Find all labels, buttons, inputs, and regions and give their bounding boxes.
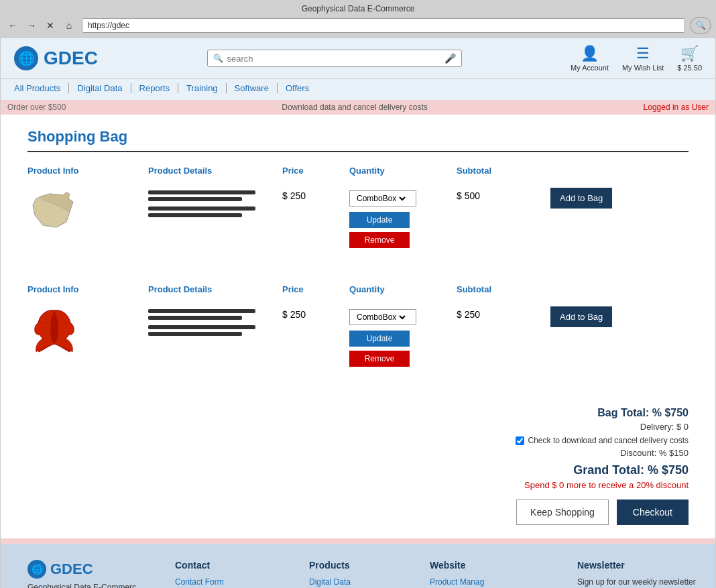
download-checkbox[interactable] <box>516 436 524 445</box>
site-header: 🌐 GDEC 🔍 🎤 👤 My Account ☰ My Wish List 🛒… <box>1 38 715 78</box>
header-product-info-1: Product Info <box>27 163 148 178</box>
nav-item-offers[interactable]: Offers <box>278 83 317 93</box>
quantity-combobox-1[interactable]: ComboBox 1 2 3 <box>349 190 416 207</box>
cart-button[interactable]: 🛒 $ 25.50 <box>677 45 702 72</box>
url-bar[interactable] <box>82 18 685 33</box>
footer-col-products: Products Digital Data Reports Training S… <box>309 560 416 588</box>
browser-chrome: Geophysical Data E-Commerce ← → ✕ ⌂ 🔍 <box>0 0 716 38</box>
microphone-icon[interactable]: 🎤 <box>444 53 456 64</box>
wishlist-icon: ☰ <box>636 45 650 62</box>
shopping-bag-title: Shopping Bag <box>27 128 689 152</box>
product-detail-line-2c <box>148 325 255 329</box>
promo-center-text: Download data and cancel delivery costs <box>282 103 427 112</box>
product-price-2: $ 250 <box>282 304 349 320</box>
account-label: My Account <box>571 64 609 72</box>
grand-total: Grand Total: % $750 <box>27 463 689 477</box>
checkout-button[interactable]: Checkout <box>617 499 689 525</box>
header-product-details-2: Product Details <box>148 282 282 297</box>
cart-icon: 🛒 <box>680 45 699 62</box>
product-table-header-2: Product Info Product Details Price Quant… <box>27 282 689 297</box>
header-quantity-2: Quantity <box>349 282 457 297</box>
nav-link-training[interactable]: Training <box>186 83 217 93</box>
wishlist-label: My Wish List <box>622 64 664 72</box>
footer-logo-text: GDEC <box>50 561 93 578</box>
wishlist-button[interactable]: ☰ My Wish List <box>622 45 664 72</box>
nav-item-reports[interactable]: Reports <box>131 83 179 93</box>
nav-item-software[interactable]: Software <box>227 83 278 93</box>
update-button-1[interactable]: Update <box>349 212 410 228</box>
footer-logo-row: 🌐 GDEC <box>27 560 162 579</box>
add-to-bag-button-1[interactable]: Add to Bag <box>550 188 612 209</box>
delivery-line: Delivery: $ 0 <box>27 422 689 432</box>
footer-contact-form-link[interactable]: Contact Form <box>175 577 296 587</box>
bag-total: Bag Total: % $750 <box>27 407 689 419</box>
product-detail-line-2a <box>148 309 255 313</box>
footer-contact-title: Contact <box>175 560 296 571</box>
footer-product-manage-link[interactable]: Product Manag <box>430 577 564 587</box>
my-account-button[interactable]: 👤 My Account <box>571 45 609 72</box>
remove-button-2[interactable]: Remove <box>349 351 410 367</box>
account-icon: 👤 <box>581 45 599 62</box>
footer-divider <box>1 538 715 544</box>
product-image-2 <box>27 304 81 357</box>
footer-col-newsletter: Newsletter Sign up for our weekly newsle… <box>577 560 716 588</box>
footer-products-title: Products <box>309 560 416 571</box>
header-product-info-2: Product Info <box>27 282 148 297</box>
nav-link-software[interactable]: Software <box>235 83 269 93</box>
cart-label: $ 25.50 <box>677 64 702 72</box>
product-detail-line-1d <box>148 213 242 217</box>
stop-button[interactable]: ✕ <box>43 18 58 33</box>
header-subtotal-2: Subtotal <box>457 282 550 297</box>
nav-link-all-products[interactable]: All Products <box>14 83 60 93</box>
nav-link-digital-data[interactable]: Digital Data <box>77 83 122 93</box>
quantity-combobox-2[interactable]: ComboBox 1 2 3 <box>349 309 416 325</box>
logo-text[interactable]: GDEC <box>44 48 98 69</box>
quantity-select-1[interactable]: ComboBox 1 2 3 <box>354 193 408 204</box>
update-button-2[interactable]: Update <box>349 331 410 347</box>
nav-item-training[interactable]: Training <box>178 83 226 93</box>
home-button[interactable]: ⌂ <box>62 18 76 33</box>
header-price-1: Price <box>282 163 349 178</box>
product-thumbnail-1 <box>29 188 80 235</box>
product-detail-line-1b <box>148 197 242 201</box>
browser-search-button[interactable]: 🔍 <box>691 17 711 34</box>
nav-link-reports[interactable]: Reports <box>139 83 170 93</box>
download-check-label: Check to download and cancel delivery co… <box>528 436 689 445</box>
nav-link-offers[interactable]: Offers <box>286 83 309 93</box>
product-quantity-1: ComboBox 1 2 3 Update Remove <box>349 185 457 248</box>
nav-item-all-products[interactable]: All Products <box>14 83 69 93</box>
keep-shopping-button[interactable]: Keep Shopping <box>516 499 609 525</box>
discount-line: Discount: % $150 <box>27 448 689 458</box>
site-footer: 🌐 GDEC Geophysical Data E-Commerc email@… <box>1 544 715 588</box>
nav-item-digital-data[interactable]: Digital Data <box>69 83 131 93</box>
header-quantity-1: Quantity <box>349 163 457 178</box>
add-to-bag-cell-2: Add to Bag <box>550 304 631 327</box>
main-content: Shopping Bag Product Info Product Detail… <box>1 115 715 538</box>
product-detail-line-2d <box>148 332 242 336</box>
footer-newsletter-title: Newsletter <box>577 560 716 571</box>
quantity-select-2[interactable]: ComboBox 1 2 3 <box>354 312 408 322</box>
newsletter-text: Sign up for our weekly newsletter <box>577 577 716 587</box>
search-input[interactable] <box>227 54 444 64</box>
site-nav: All Products Digital Data Reports Traini… <box>1 78 715 100</box>
product-detail-line-1a <box>148 190 255 194</box>
totals-section: Bag Total: % $750 Delivery: $ 0 Check to… <box>27 400 689 525</box>
discount-offer: Spend $ 0 more to receive a 20% discount <box>27 480 689 490</box>
product-details-2 <box>148 304 282 339</box>
logo-globe-icon: 🌐 <box>14 46 38 70</box>
header-actions-2 <box>550 282 631 297</box>
remove-button-1[interactable]: Remove <box>349 232 410 248</box>
footer-digital-data-link[interactable]: Digital Data <box>309 577 416 587</box>
footer-tagline: Geophysical Data E-Commerc <box>27 583 162 588</box>
forward-button[interactable]: → <box>24 18 39 33</box>
back-button[interactable]: ← <box>5 18 20 33</box>
header-actions: 👤 My Account ☰ My Wish List 🛒 $ 25.50 <box>571 45 702 72</box>
add-to-bag-cell-1: Add to Bag <box>550 185 631 209</box>
footer-globe-icon: 🌐 <box>27 560 46 579</box>
add-to-bag-button-2[interactable]: Add to Bag <box>550 306 612 327</box>
header-price-2: Price <box>282 282 349 297</box>
footer-grid: 🌐 GDEC Geophysical Data E-Commerc email@… <box>27 560 689 588</box>
product-detail-line-1c <box>148 207 255 211</box>
product-subtotal-2: $ 250 <box>457 304 550 320</box>
product-detail-line-2b <box>148 316 242 320</box>
